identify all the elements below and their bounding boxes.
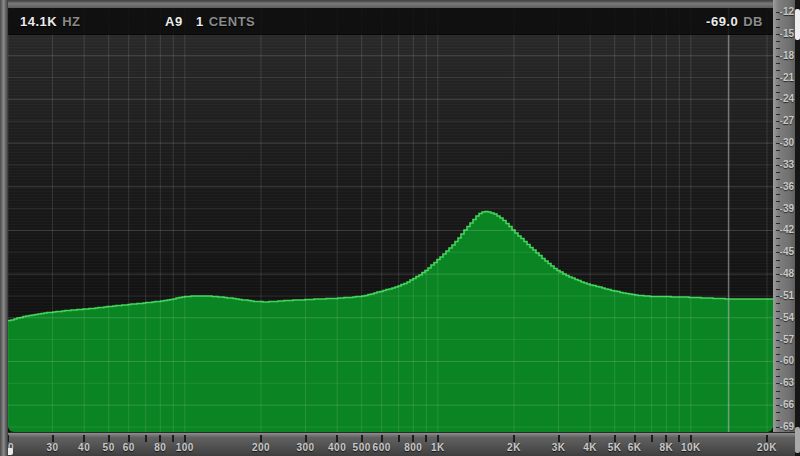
freq-axis-tick xyxy=(614,435,616,442)
db-ruler-label: -57 xyxy=(776,334,794,345)
freq-axis-label: 80 xyxy=(154,442,166,453)
freq-axis-tick xyxy=(398,435,400,442)
db-ruler-tick xyxy=(776,325,780,326)
db-ruler-tick xyxy=(776,216,780,217)
db-ruler-tick xyxy=(776,41,780,42)
db-ruler-label: -12 xyxy=(776,6,794,17)
freq-axis-label: 8K xyxy=(659,442,673,453)
freq-axis-label: 500 xyxy=(353,442,371,453)
db-ruler-tick xyxy=(776,128,780,129)
db-ruler: -12-15-18-21-24-27-30-33-36-39-42-45-48-… xyxy=(773,0,795,432)
db-ruler-tick xyxy=(776,281,780,282)
frame-top-edge xyxy=(0,0,800,8)
freq-axis-tick xyxy=(184,435,186,442)
freq-axis-label: 60 xyxy=(123,442,135,453)
db-ruler-label: -18 xyxy=(776,50,794,61)
freq-axis-tick xyxy=(766,435,768,442)
freq-axis-tick xyxy=(145,435,147,442)
freq-axis-label: 4K xyxy=(583,442,597,453)
db-ruler-tick xyxy=(776,85,780,86)
db-ruler-label: -30 xyxy=(776,137,794,148)
db-ruler-label: -69 xyxy=(776,421,794,432)
frequency-readout: 14.1K HZ xyxy=(20,14,81,29)
spectrum-plot-canvas[interactable] xyxy=(8,8,773,432)
freq-axis-tick xyxy=(260,435,262,442)
db-ruler-tick xyxy=(776,107,780,108)
freq-axis-label: 600 xyxy=(373,442,391,453)
freq-axis-tick xyxy=(678,435,680,442)
freq-axis-label: 800 xyxy=(404,442,422,453)
freq-axis-label: 6K xyxy=(628,442,642,453)
note-value: A9 xyxy=(165,14,183,29)
db-ruler-tick xyxy=(776,150,780,151)
frequency-axis: 2030405060801002003004005006008001K2K3K4… xyxy=(0,432,795,456)
freq-axis-tick xyxy=(52,435,54,442)
db-ruler-label: -33 xyxy=(776,159,794,170)
right-scrollbar xyxy=(795,0,800,456)
freq-axis-tick xyxy=(83,435,85,442)
db-ruler-tick xyxy=(776,412,780,413)
scrollbar-thumb-bottom[interactable] xyxy=(795,427,800,453)
spectrum-analyzer-window: 14.1K HZ A9 1 CENTS -69.0 DB -12-15-18-2… xyxy=(0,0,800,456)
cents-unit-label: CENTS xyxy=(209,14,256,29)
freq-axis-tick xyxy=(425,435,427,442)
db-ruler-label: -15 xyxy=(776,28,794,39)
note-readout: A9 xyxy=(165,14,183,29)
db-ruler-tick xyxy=(776,238,780,239)
freq-axis-label: 50 xyxy=(103,442,115,453)
freq-axis-tick xyxy=(172,435,174,442)
freq-axis-tick xyxy=(159,435,161,442)
db-ruler-label: -54 xyxy=(776,312,794,323)
db-ruler-label: -36 xyxy=(776,181,794,192)
freq-axis-tick xyxy=(412,435,414,442)
scrollbar-thumb-top[interactable] xyxy=(795,9,800,40)
db-ruler-label: -24 xyxy=(776,93,794,104)
db-ruler-tick xyxy=(776,194,780,195)
db-ruler-label: -27 xyxy=(776,115,794,126)
freq-axis-label: 200 xyxy=(252,442,270,453)
freq-axis-tick xyxy=(558,435,560,442)
cents-readout: 1 CENTS xyxy=(196,14,255,29)
freq-axis-tick xyxy=(361,435,363,442)
freq-axis-label: 10K xyxy=(681,442,701,453)
frame-left-edge xyxy=(0,0,8,456)
cents-value: 1 xyxy=(196,14,204,29)
freq-axis-tick xyxy=(305,435,307,442)
db-ruler-label: -63 xyxy=(776,377,794,388)
freq-axis-tick xyxy=(513,435,515,442)
db-ruler-tick xyxy=(776,172,780,173)
freq-axis-label: 3K xyxy=(552,442,566,453)
db-ruler-tick xyxy=(776,19,780,20)
freq-axis-label: 30 xyxy=(46,442,58,453)
freq-axis-tick xyxy=(589,435,591,442)
freq-axis-tick xyxy=(437,435,439,442)
db-ruler-tick xyxy=(776,347,780,348)
db-ruler-label: -42 xyxy=(776,224,794,235)
db-ruler-label: -21 xyxy=(776,72,794,83)
freq-axis-label: 20K xyxy=(757,442,777,453)
db-ruler-tick xyxy=(776,63,780,64)
freq-axis-label: 1K xyxy=(431,442,445,453)
level-unit-label: DB xyxy=(743,14,763,29)
db-ruler-label: -39 xyxy=(776,203,794,214)
frequency-value: 14.1K xyxy=(20,14,57,29)
db-ruler-label: -66 xyxy=(776,399,794,410)
db-ruler-label: -51 xyxy=(776,290,794,301)
freq-axis-label: 400 xyxy=(328,442,346,453)
level-value: -69.0 xyxy=(706,14,738,29)
db-ruler-tick xyxy=(776,391,780,392)
readout-bar: 14.1K HZ A9 1 CENTS -69.0 DB xyxy=(8,8,773,35)
freq-axis-tick xyxy=(634,435,636,442)
db-ruler-label: -60 xyxy=(776,355,794,366)
db-ruler-tick xyxy=(776,303,780,304)
freq-axis-tick xyxy=(690,435,692,442)
frequency-unit-label: HZ xyxy=(62,14,80,29)
freq-axis-tick xyxy=(381,435,383,442)
spectrum-display[interactable]: 14.1K HZ A9 1 CENTS -69.0 DB xyxy=(8,8,773,432)
freq-axis-tick xyxy=(651,435,653,442)
freq-axis-tick xyxy=(108,435,110,442)
freq-axis-label: 40 xyxy=(78,442,90,453)
freq-axis-label: 5K xyxy=(608,442,622,453)
db-ruler-tick xyxy=(776,260,780,261)
freq-axis-label: 300 xyxy=(296,442,314,453)
